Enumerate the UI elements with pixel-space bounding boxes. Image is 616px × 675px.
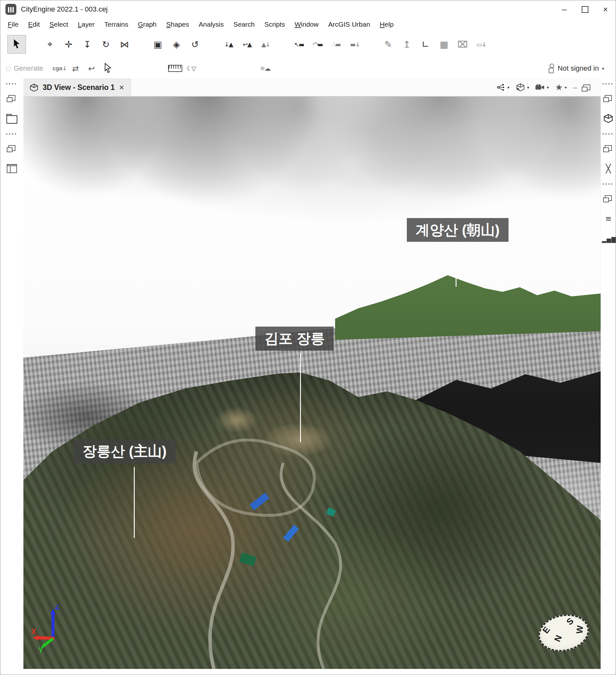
- restore-panel-icon[interactable]: [5, 91, 18, 104]
- rotate-tool[interactable]: ↻: [97, 35, 115, 54]
- restore-panel-icon[interactable]: [602, 142, 615, 154]
- view-filter-tool[interactable]: ☾▽: [183, 60, 199, 76]
- dropdown-caret-icon: ▾: [507, 85, 510, 90]
- menu-edit[interactable]: Edit: [23, 20, 45, 28]
- camera-icon[interactable]: ▾: [533, 83, 551, 91]
- white-select-tool[interactable]: [100, 60, 116, 76]
- leader-line-gimpo-jangneung: [300, 353, 301, 442]
- menu-select[interactable]: Select: [45, 20, 73, 28]
- axis-x-label: X: [31, 627, 36, 636]
- view-tab-bar: 3D View - Scenario 1 × ▾: [23, 79, 601, 96]
- main-toolbar: ⌖ ✛ ↧ ↻ ⋈ ▣ ◈ ↺ ↓▲ ↩▲ ▲↓ ↖▬ ◠▬ ∴▬ ▬↓ ✎ ↥…: [0, 30, 616, 58]
- drag-handle-icon[interactable]: [603, 133, 614, 135]
- right-panel-rail: ╳ ≡ ▂▅▇: [601, 79, 616, 674]
- dropdown-caret-icon: ▾: [527, 85, 529, 90]
- tab-label: 3D View - Scenario 1: [43, 83, 115, 92]
- leader-line-jangneungsan: [134, 467, 135, 538]
- menu-search[interactable]: Search: [229, 20, 260, 28]
- close-button[interactable]: ×: [595, 0, 616, 18]
- orbit-tool[interactable]: ↺: [186, 35, 204, 54]
- scale-tool[interactable]: ↧: [78, 35, 97, 54]
- navigator-folder-icon[interactable]: [5, 112, 18, 125]
- menu-help[interactable]: Help: [375, 20, 399, 28]
- axis-gizmo: Z X Y: [30, 605, 66, 653]
- tools-icon[interactable]: ╳: [602, 162, 615, 175]
- overlapping-windows-icon: [605, 195, 612, 201]
- drag-handle-icon[interactable]: [6, 133, 18, 135]
- select-tool[interactable]: [7, 35, 26, 54]
- extrude-tool[interactable]: ↥: [398, 35, 416, 54]
- layout-panel-icon[interactable]: [5, 162, 18, 175]
- drag-handle-icon[interactable]: [603, 183, 614, 184]
- terrain-project-tool[interactable]: ▲↓: [256, 35, 275, 54]
- signin-button[interactable]: Not signed in ▾: [546, 63, 606, 74]
- menu-file[interactable]: File: [3, 20, 23, 28]
- scenario-compare-icon[interactable]: ▾: [495, 83, 511, 92]
- bookmarks-icon[interactable]: ★ ▾: [553, 82, 569, 92]
- terrain-align-tool[interactable]: ↓▲: [219, 35, 238, 54]
- axis-z-label: Z: [55, 605, 60, 611]
- street-curve-tool[interactable]: ◠▬: [308, 35, 327, 54]
- frame-selection-tool[interactable]: ⌖: [41, 35, 59, 54]
- move-tool[interactable]: ✛: [59, 35, 78, 54]
- overlapping-windows-icon: [8, 145, 15, 151]
- zoom-to-selection-tool[interactable]: ◈: [167, 35, 186, 54]
- folder-icon: [6, 115, 17, 124]
- menu-window[interactable]: Window: [290, 20, 324, 28]
- menu-layer[interactable]: Layer: [73, 20, 99, 28]
- restore-panel-icon[interactable]: [602, 192, 615, 205]
- overlapping-windows-icon: [605, 95, 612, 101]
- maximize-view-icon[interactable]: [581, 84, 592, 90]
- environment-weather-tool[interactable]: ☼☁: [257, 60, 273, 76]
- dashboard-chart-icon[interactable]: ▂▅▇: [602, 233, 615, 246]
- generate-button[interactable]: Generate: [14, 64, 43, 73]
- terrain-reset-tool[interactable]: ↩▲: [238, 35, 256, 54]
- restore-panel-icon[interactable]: [5, 142, 18, 154]
- texture-tool[interactable]: ▦: [435, 35, 453, 54]
- assign-cga-tool[interactable]: cga↓: [52, 60, 68, 76]
- select-arrow-icon: [12, 39, 21, 50]
- video-camera-icon: [535, 83, 545, 91]
- drag-handle-icon[interactable]: [6, 83, 18, 84]
- display-mode-icon[interactable]: ▾: [514, 82, 531, 92]
- draw-shape-tool[interactable]: ✎: [379, 35, 398, 54]
- workspace: 3D View - Scenario 1 × ▾: [0, 79, 616, 674]
- panorama-view-tool[interactable]: ⋈: [115, 35, 134, 54]
- menu-analysis[interactable]: Analysis: [194, 20, 229, 28]
- viewport-3d[interactable]: 계양산 (朝山) 김포 장릉 장릉산 (主山) Z X Y: [23, 96, 601, 669]
- tab-close-button[interactable]: ×: [119, 82, 125, 92]
- minimize-button[interactable]: –: [554, 0, 575, 18]
- menu-scripts[interactable]: Scripts: [260, 20, 290, 28]
- signin-label: Not signed in: [557, 64, 599, 73]
- label-gimpo-jangneung: 김포 장릉: [255, 326, 334, 351]
- menu-graph[interactable]: Graph: [133, 20, 161, 28]
- leader-line-gyeyangsan: [456, 250, 456, 287]
- street-select-tool[interactable]: ↖▬: [290, 35, 308, 54]
- reset-seed-tool[interactable]: ↩: [84, 60, 100, 76]
- transform-axes-tool[interactable]: ∟: [416, 35, 435, 54]
- shape-align-terrain-tool[interactable]: ▭↓: [472, 35, 491, 54]
- app-window: CityEngine 2022.1 - 003.cej – × File Edi…: [0, 0, 616, 675]
- drag-handle-icon[interactable]: [603, 83, 614, 84]
- menu-terrains[interactable]: Terrains: [99, 20, 133, 28]
- restore-panel-icon[interactable]: [602, 91, 615, 104]
- compass-w-label: W: [575, 625, 585, 634]
- menu-arcgis-urban[interactable]: ArcGIS Urban: [324, 20, 375, 28]
- model-cleanup-tool[interactable]: ⌧: [453, 35, 472, 54]
- axis-y-label: Y: [38, 646, 43, 653]
- shuffle-seed-tool[interactable]: ⇄: [68, 60, 84, 76]
- street-cleanup-tool[interactable]: ∴▬: [327, 35, 346, 54]
- menu-shapes[interactable]: Shapes: [161, 20, 194, 28]
- tab-3d-view[interactable]: 3D View - Scenario 1 ×: [23, 79, 131, 96]
- viewport-area: 3D View - Scenario 1 × ▾: [23, 79, 601, 674]
- street-align-terrain-tool[interactable]: ▬↓: [346, 35, 364, 54]
- viewport-toolbar: ▾ ▾ ▾: [495, 82, 601, 92]
- first-person-navigate-tool[interactable]: ▣: [149, 35, 167, 54]
- cube-icon: [29, 83, 39, 92]
- viewport-cube-icon[interactable]: [602, 112, 615, 125]
- cityengine-logo-icon: [5, 4, 16, 15]
- settings-sliders-icon[interactable]: ≡: [602, 212, 615, 225]
- maximize-button[interactable]: [575, 0, 595, 18]
- measure-tool[interactable]: [167, 60, 183, 76]
- minimize-view-icon[interactable]: –: [571, 83, 579, 92]
